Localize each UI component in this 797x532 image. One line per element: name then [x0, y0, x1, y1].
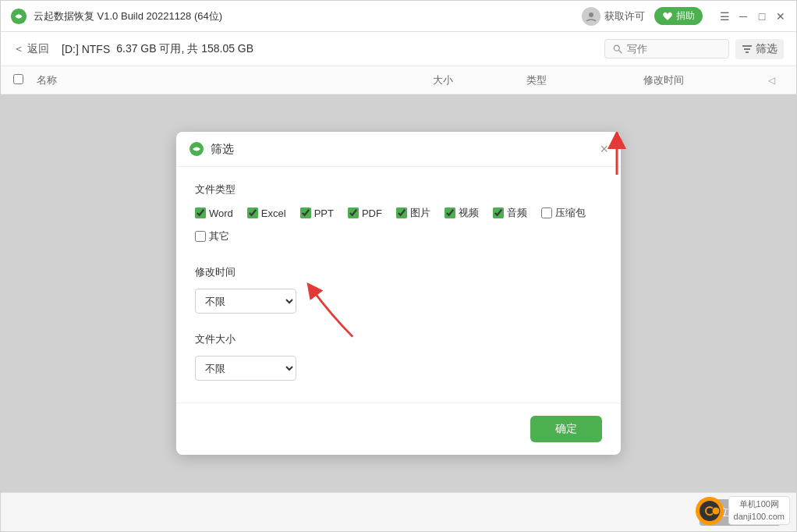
checkbox-image[interactable]: 图片 [396, 206, 430, 220]
checkbox-other[interactable]: 其它 [195, 229, 229, 243]
app-logo [10, 8, 27, 25]
drive-details: 6.37 GB 可用, 共 158.05 GB [116, 42, 253, 56]
bottom-bar: 立即恢复 [1, 492, 796, 531]
app-window: 云起数据恢复 V1.0 Build 20221128 (64位) 获取许可 捐助… [0, 0, 797, 532]
drive-label: [D:] NTFS [62, 43, 110, 55]
title-bar: 云起数据恢复 V1.0 Build 20221128 (64位) 获取许可 捐助… [1, 1, 796, 32]
filter-button[interactable]: 筛选 [735, 39, 784, 59]
checkbox-audio-input[interactable] [493, 207, 504, 218]
checkbox-audio[interactable]: 音频 [493, 206, 527, 220]
checkbox-word-label: Word [209, 207, 233, 219]
file-types-row-2: 其它 [195, 229, 602, 246]
checkbox-video[interactable]: 视频 [445, 206, 479, 220]
col-modified-header: 修改时间 [643, 73, 768, 87]
svg-point-1 [589, 12, 593, 17]
svg-point-12 [712, 507, 720, 515]
close-button[interactable]: ✕ [774, 10, 787, 23]
checkbox-image-input[interactable] [396, 207, 407, 218]
modified-section-label: 修改时间 [195, 265, 602, 279]
col-type-header: 类型 [526, 73, 643, 87]
modified-select[interactable]: 不限 今天 本周 本月 本年 [195, 289, 296, 314]
checkbox-zip-input[interactable] [541, 207, 552, 218]
checkbox-image-label: 图片 [410, 206, 430, 220]
checkbox-ppt-input[interactable] [300, 207, 311, 218]
col-name-header: 名称 [37, 73, 433, 87]
filter-icon [742, 44, 753, 55]
checkbox-excel-label: Excel [261, 207, 286, 219]
search-input[interactable] [627, 43, 721, 55]
modal-overlay: 筛选 × 文件类型 Word [1, 94, 796, 492]
avatar [582, 7, 600, 26]
maximize-button[interactable]: □ [756, 10, 768, 23]
search-icon [613, 44, 622, 55]
checkbox-ppt-label: PPT [314, 207, 334, 219]
file-types-row-1: Word Excel PPT [195, 206, 602, 223]
window-controls: ☰ ─ □ ✕ [718, 10, 787, 23]
app-title: 云起数据恢复 V1.0 Build 20221128 (64位) [34, 9, 582, 23]
watermark-text: 单机100网 danji100.com [728, 496, 790, 525]
donate-button[interactable]: 捐助 [654, 7, 703, 25]
checkbox-video-input[interactable] [445, 207, 455, 218]
menu-button[interactable]: ☰ [718, 10, 731, 23]
watermark: 单机100网 danji100.com [696, 496, 790, 525]
checkbox-pdf[interactable]: PDF [348, 207, 382, 219]
title-bar-right: 获取许可 捐助 ☰ ─ □ ✕ [582, 7, 787, 26]
main-content: 筛选 × 文件类型 Word [1, 94, 796, 492]
checkbox-word[interactable]: Word [195, 207, 233, 219]
confirm-button[interactable]: 确定 [530, 416, 602, 442]
filesize-select[interactable]: 不限 小于1MB 1MB-10MB 大于10MB [195, 356, 296, 381]
checkbox-word-input[interactable] [195, 207, 206, 218]
checkbox-zip-label: 压缩包 [555, 206, 586, 220]
svg-line-3 [618, 50, 622, 53]
dialog-footer: 确定 [176, 403, 621, 455]
user-label: 获取许可 [604, 9, 645, 23]
select-all-checkbox[interactable] [13, 74, 23, 84]
dialog-body: 文件类型 Word Excel [176, 167, 621, 403]
dialog-close-button[interactable]: × [600, 142, 608, 156]
svg-point-2 [614, 45, 619, 51]
checkbox-other-label: 其它 [209, 229, 229, 243]
checkbox-excel-input[interactable] [247, 207, 258, 218]
checkbox-other-input[interactable] [195, 231, 206, 242]
modified-dropdown-row: 不限 今天 本周 本月 本年 [195, 289, 602, 314]
dialog-title: 筛选 [211, 142, 600, 157]
nav-bar: ＜ 返回 [D:] NTFS 6.37 GB 可用, 共 158.05 GB 筛… [1, 32, 796, 66]
dialog-header: 筛选 × [176, 132, 621, 167]
minimize-button[interactable]: ─ [737, 10, 749, 23]
filesize-section-label: 文件大小 [195, 332, 602, 346]
user-info[interactable]: 获取许可 [582, 7, 645, 26]
nav-right: 筛选 [604, 39, 784, 59]
watermark-icon [696, 497, 724, 525]
filesize-dropdown-row: 不限 小于1MB 1MB-10MB 大于10MB [195, 356, 602, 381]
dialog-logo [189, 141, 204, 157]
search-box[interactable] [604, 39, 729, 59]
table-header: 名称 大小 类型 修改时间 ◁ [1, 66, 796, 94]
checkbox-video-label: 视频 [459, 206, 479, 220]
checkbox-pdf-label: PDF [362, 207, 382, 219]
checkbox-audio-label: 音频 [507, 206, 527, 220]
filter-dialog: 筛选 × 文件类型 Word [176, 132, 621, 455]
filter-label: 筛选 [756, 42, 778, 56]
checkbox-ppt[interactable]: PPT [300, 207, 334, 219]
checkbox-pdf-input[interactable] [348, 207, 359, 218]
checkbox-zip[interactable]: 压缩包 [541, 206, 586, 220]
col-expand-icon[interactable]: ◁ [768, 75, 784, 86]
drive-info: [D:] NTFS 6.37 GB 可用, 共 158.05 GB [62, 42, 253, 56]
checkbox-excel[interactable]: Excel [247, 207, 286, 219]
filetype-section-label: 文件类型 [195, 183, 602, 197]
col-check-header[interactable] [13, 74, 37, 87]
back-button[interactable]: ＜ 返回 [13, 42, 49, 56]
col-size-header: 大小 [433, 73, 526, 87]
